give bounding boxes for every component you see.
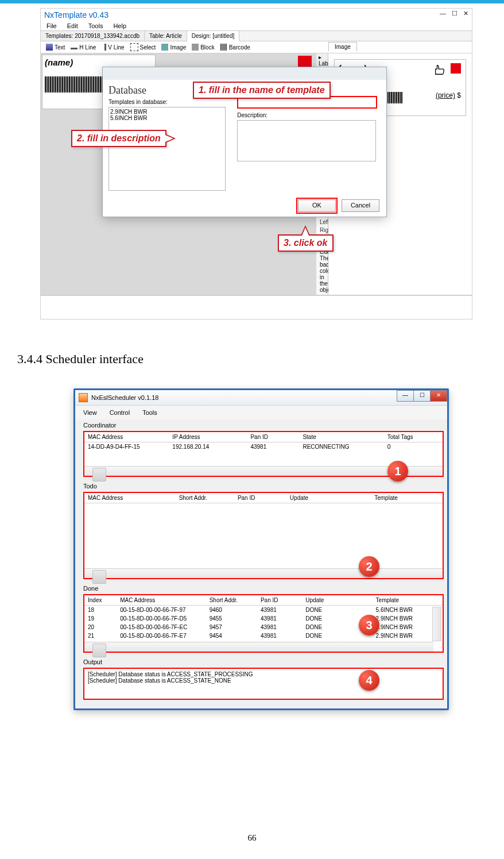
output-group: Output [Scheduler] Database status is AC… [83,658,444,700]
table-row[interactable]: 19 00-15-8D-00-00-66-7F-D5 9455 43981 DO… [84,614,443,623]
toolbar-block[interactable]: Block [190,43,216,51]
coordinator-header: MAC Address IP Address Pan ID State Tota… [84,432,443,442]
red-block[interactable] [298,56,312,67]
badge-4: 4 [359,670,379,691]
tab-table[interactable]: Table: Article [145,31,187,41]
badge-3: 3 [359,615,379,635]
maximize-icon[interactable]: ☐ [452,10,458,17]
output-line: [Scheduler] Database status is ACCESS_ST… [88,677,439,684]
badge-2: 2 [359,556,379,577]
toolbar-select[interactable]: Select [129,43,158,52]
props-row-right[interactable]: Right [316,226,328,234]
callout-2: 2. fill in description [71,130,166,147]
coordinator-label: Coordinator [83,422,444,429]
toolbar-hline[interactable]: H Line [69,44,98,51]
toolbar-barcode[interactable]: Barcode [219,43,252,51]
close-icon[interactable]: ✕ [463,10,468,17]
output-box[interactable]: [Scheduler] Database status is ACCESS_ST… [83,668,444,700]
callout-3: 3. click ok [278,234,334,252]
todo-header: MAC Address Short Addr. Pan ID Update Te… [84,493,443,503]
props-row-left[interactable]: Left259 [316,218,328,226]
badge-1: 1 [387,461,408,481]
v-scrollbar[interactable] [432,607,441,641]
menu-tools[interactable]: Tools [88,22,103,29]
scheduler-menu: View Control Tools [75,406,447,419]
table-row[interactable]: 21 00-15-8D-00-00-66-7F-E7 9454 43981 DO… [84,631,443,640]
image-icon [161,44,168,51]
callout-1: 1. fill in the name of template [193,82,331,99]
table-row[interactable]: 20 00-15-8D-00-00-66-7F-EC 9457 43981 DO… [84,623,443,631]
vline-icon [104,44,106,51]
nxtemplate-menu: File Edit Tools Help [41,21,472,30]
tab-templates[interactable]: Templates: 20170918_133942.accdb [41,31,145,41]
description-label: Description: [237,112,381,118]
description-input[interactable] [237,120,376,161]
scheduler-window: NxEslScheduler v0.1.18 — ☐ ✕ View Contro… [73,388,449,710]
table-row[interactable]: 18 00-15-8D-00-00-66-7F-97 9460 43981 DO… [84,606,443,614]
done-group: Done Index MAC Address Short Addr. Pan I… [83,585,444,653]
menu-edit[interactable]: Edit [67,22,78,29]
section-heading: 3.4.4 Scheduler interface [17,352,144,367]
app-icon [79,393,88,402]
design-name-label: (name) [45,57,153,67]
menu-view[interactable]: View [83,409,97,416]
output-line: [Scheduler] Database status is ACCESS_ST… [88,671,439,677]
list-item[interactable]: 5.6INCH BWR [110,115,224,121]
cancel-button[interactable]: Cancel [342,199,379,212]
toolbar-text[interactable]: Text [44,43,67,51]
nxtemplate-titlebar: NxTemplate v0.43 — ☐ ✕ [41,9,472,21]
doc-top-accent [0,0,504,3]
preview-tab[interactable]: Image [328,42,357,51]
toolbar-image[interactable]: Image [160,43,188,51]
dialog-titlebar[interactable] [103,67,386,80]
hline-icon [71,48,77,49]
done-header: Index MAC Address Short Addr. Pan ID Upd… [84,595,443,606]
table-row[interactable]: 14-DD-A9-D4-FF-15 192.168.20.14 43981 RE… [84,442,443,451]
preview-price: (price) $ [436,91,461,99]
minimize-button[interactable]: — [397,390,414,402]
close-button[interactable]: ✕ [430,390,447,402]
dialog-sub: Templates in database: [108,99,226,105]
todo-group: Todo MAC Address Short Addr. Pan ID Upda… [83,483,444,579]
page-number: 66 [0,833,504,843]
menu-control[interactable]: Control [110,409,130,416]
toolbar-vline[interactable]: V Line [100,43,126,51]
menu-tools[interactable]: Tools [142,409,157,416]
h-scrollbar[interactable] [84,568,443,578]
nxtemplate-title: NxTemplate v0.43 [44,10,108,20]
thumb-icon [433,63,446,78]
output-label: Output [83,658,444,665]
block-icon [192,44,199,51]
nxtemplate-footer [41,295,472,319]
preview-red-block [451,63,461,74]
tab-design[interactable]: Design: [untitled] [187,31,240,41]
menu-file[interactable]: File [46,22,57,29]
todo-label: Todo [83,483,444,490]
minimize-icon[interactable]: — [440,10,446,17]
select-icon [130,43,138,51]
scheduler-titlebar: NxEslScheduler v0.1.18 — ☐ ✕ [75,390,447,406]
done-grid[interactable]: Index MAC Address Short Addr. Pan ID Upd… [83,594,444,653]
h-scrollbar[interactable] [84,642,433,652]
done-label: Done [83,585,444,592]
coordinator-grid[interactable]: MAC Address IP Address Pan ID State Tota… [83,431,444,477]
nxtemplate-toolbar: Text H Line V Line Select Image Block Ba… [41,41,472,53]
coordinator-group: Coordinator MAC Address IP Address Pan I… [83,422,444,477]
barcode-icon [220,44,227,51]
templates-list[interactable]: 2.9INCH BWR 5.6INCH BWR [108,107,226,191]
maximize-button[interactable]: ☐ [413,390,431,402]
nxtemplate-tabs: Templates: 20170918_133942.accdb Table: … [41,30,472,41]
menu-help[interactable]: Help [113,22,126,29]
scheduler-title: NxEslScheduler v0.1.18 [91,394,158,401]
list-item[interactable]: 2.9INCH BWR [110,109,224,115]
ok-button[interactable]: OK [298,199,336,212]
todo-grid[interactable]: MAC Address Short Addr. Pan ID Update Te… [83,492,444,579]
text-icon [46,44,53,51]
